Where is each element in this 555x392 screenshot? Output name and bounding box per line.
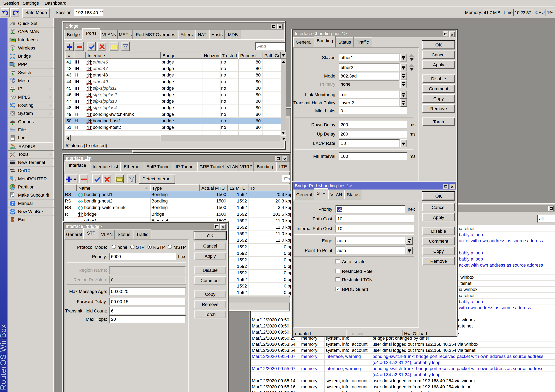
svg-text:255: 255 bbox=[11, 87, 14, 89]
svg-text:?: ? bbox=[12, 201, 14, 206]
